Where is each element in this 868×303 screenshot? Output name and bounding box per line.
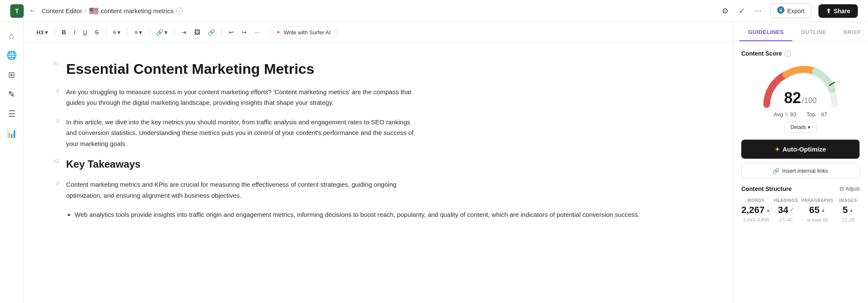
paragraph-2[interactable]: In this article, we dive into the key me… — [66, 117, 414, 149]
panel-body: Content Score i — [733, 42, 868, 303]
indent-button[interactable]: ⇥ — [179, 27, 189, 37]
sidebar-item-list[interactable]: ☰ — [3, 105, 20, 122]
heading-label: H3 — [36, 29, 44, 36]
image-button[interactable]: 🖼 — [192, 27, 203, 37]
p1-block: p Are you struggling to measure success … — [49, 87, 698, 108]
breadcrumb-doc: content marketing metrics — [101, 7, 174, 14]
metric-images-range: 12–20 — [842, 217, 855, 222]
toolbar-separator-6 — [222, 28, 222, 37]
metric-words: WORDS 2,267 ▲ 3,043–3,499 — [741, 198, 771, 222]
strikethrough-button[interactable]: S — [92, 27, 101, 37]
toolbar: H3 ▾ B I U S ≡ ▾ ≡ ▾ 🔗 ▾ ⇥ — [24, 22, 732, 43]
top-value: 87 — [821, 111, 827, 118]
insert-links-button[interactable]: 🔗 Insert internal links — [741, 163, 860, 179]
sidebar-item-edit[interactable]: ✎ — [3, 86, 20, 103]
editor-content[interactable]: h1 Essential Content Marketing Metrics p… — [24, 43, 732, 303]
score-denom: /100 — [802, 96, 817, 105]
hyperlink-button[interactable]: 🔗 — [205, 27, 217, 37]
images-up-icon: ▲ — [849, 208, 854, 213]
right-panel: GUIDELINES OUTLINE BRIEF Content Score i — [732, 22, 868, 303]
link-chain-icon: 🔗 — [773, 168, 779, 174]
panel-tabs: GUIDELINES OUTLINE BRIEF — [733, 22, 868, 42]
metric-paragraphs-value: 65 ▲ — [809, 205, 825, 216]
chevron-down-icon-4: ▾ — [164, 29, 167, 36]
more-button[interactable]: ··· — [754, 5, 763, 17]
toolbar-separator-5 — [174, 28, 175, 37]
share-label: Share — [834, 8, 850, 14]
sidebar-item-globe[interactable]: 🌐 — [3, 47, 20, 64]
p3-block: p Content marketing metrics and KPIs are… — [49, 179, 698, 201]
share-button[interactable]: ⬆ Share — [818, 4, 858, 18]
underline-button[interactable]: U — [81, 27, 90, 37]
sidebar-item-chart[interactable]: 📊 — [3, 125, 20, 142]
check-button[interactable]: ✓ — [737, 5, 747, 17]
sparkle-icon: ✦ — [775, 146, 780, 153]
wordpress-icon: 🅦 — [777, 6, 785, 15]
h2-label: h2 — [49, 157, 59, 164]
link-icon: 🔗 — [156, 29, 163, 36]
score-label-row: Content Score i — [741, 50, 860, 57]
score-stats: Avg ⇅ 83 Top ↑ 87 — [773, 111, 827, 118]
breadcrumb-section: Content Editor — [42, 7, 82, 14]
export-button[interactable]: 🅦 Export — [770, 3, 812, 18]
p2-label: p — [49, 117, 59, 123]
tab-brief[interactable]: BRIEF — [835, 22, 868, 41]
metric-words-range: 3,043–3,499 — [743, 217, 769, 222]
bold-button[interactable]: B — [59, 27, 69, 37]
align-button[interactable]: ≡ ▾ — [110, 27, 123, 37]
p3-label: p — [49, 179, 59, 186]
details-label: Details — [790, 124, 806, 130]
tab-outline[interactable]: OUTLINE — [792, 22, 835, 41]
redo-button[interactable]: ↪ — [239, 27, 249, 37]
metric-paragraphs-label: PARAGRAPHS — [801, 198, 833, 203]
paragraph-1[interactable]: Are you struggling to measure success in… — [66, 87, 414, 108]
info-icon[interactable]: i — [176, 8, 183, 14]
sidebar-item-grid[interactable]: ⊞ — [3, 66, 20, 83]
heading-selector[interactable]: H3 ▾ — [34, 27, 50, 37]
bullet-block: Web analytics tools provide insights int… — [49, 209, 698, 220]
auto-optimize-label: Auto-Optimize — [782, 146, 826, 153]
topbar: T ← Content Editor / 🇺🇸 content marketin… — [0, 0, 868, 22]
metric-paragraphs-range: at least 85 — [807, 217, 828, 222]
back-button[interactable]: ← — [29, 6, 36, 15]
page-heading[interactable]: Essential Content Marketing Metrics — [66, 60, 314, 78]
metric-headings-range: 27–40 — [779, 217, 793, 222]
p2-block: p In this article, we dive into the key … — [49, 117, 698, 149]
h1-block: h1 Essential Content Marketing Metrics — [49, 60, 698, 78]
list-button[interactable]: ≡ ▾ — [132, 27, 145, 37]
sidebar-item-home[interactable]: ⌂ — [3, 27, 20, 44]
insert-links-label: Insert internal links — [782, 168, 828, 174]
surfer-ai-label: Write with Surfer AI — [284, 29, 331, 36]
toolbar-separator-3 — [127, 28, 128, 37]
breadcrumb-separator: / — [85, 7, 86, 14]
more-toolbar-button[interactable]: ··· — [252, 27, 262, 37]
surfer-ai-button[interactable]: ✦ Write with Surfer AI — [270, 26, 337, 38]
paragraph-3[interactable]: Content marketing metrics and KPIs are c… — [66, 179, 414, 201]
score-overlay: 82 /100 — [784, 89, 817, 107]
auto-optimize-button[interactable]: ✦ Auto-Optimize — [741, 140, 860, 159]
details-button[interactable]: Details ▾ — [784, 122, 817, 133]
section-heading[interactable]: Key Takeaways — [66, 157, 141, 171]
score-number: 82 — [784, 89, 801, 107]
metric-headings-value: 34 ✓ — [778, 205, 794, 216]
settings-button[interactable]: ⚙ — [720, 5, 730, 17]
structure-title: Content Structure — [741, 185, 792, 192]
top-arrow-icon: ↑ — [817, 112, 820, 117]
export-label: Export — [787, 8, 804, 14]
tab-guidelines[interactable]: GUIDELINES — [740, 22, 792, 41]
list-item[interactable]: Web analytics tools provide insights int… — [75, 209, 640, 220]
top-stat: Top ↑ 87 — [807, 111, 827, 118]
editor-area: H3 ▾ B I U S ≡ ▾ ≡ ▾ 🔗 ▾ ⇥ — [24, 22, 732, 303]
share-icon: ⬆ — [826, 8, 831, 14]
metric-headings: HEADINGS 34 ✓ 27–40 — [774, 198, 798, 222]
score-info-icon[interactable]: i — [785, 50, 791, 57]
p1-label: p — [49, 87, 59, 93]
adjust-button[interactable]: ⊟ Adjust — [840, 186, 860, 192]
italic-button[interactable]: I — [71, 27, 78, 37]
headings-count: 34 — [778, 205, 788, 216]
link-button[interactable]: 🔗 ▾ — [153, 27, 170, 37]
undo-button[interactable]: ↩ — [226, 27, 236, 37]
paragraphs-up-icon: ▲ — [821, 208, 826, 213]
adjust-label: Adjust — [846, 186, 860, 192]
h1-label: h1 — [49, 60, 59, 67]
